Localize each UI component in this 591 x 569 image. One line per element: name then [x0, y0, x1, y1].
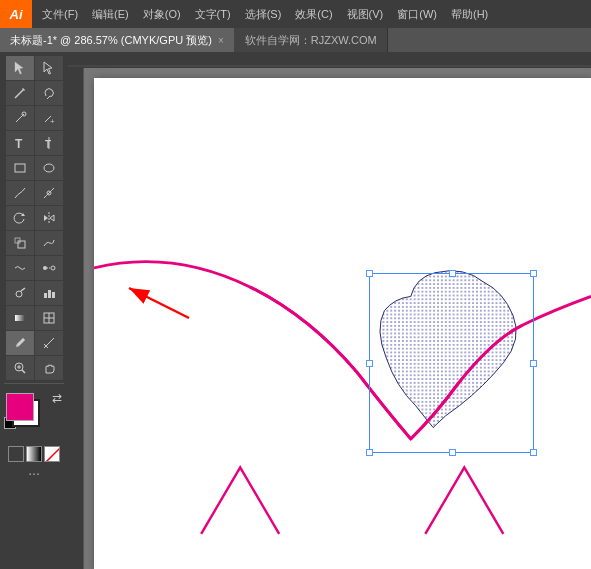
titlebar: Ai 文件(F) 编辑(E) 对象(O) 文字(T) 选择(S) 效果(C) 视…: [0, 0, 591, 28]
tool-row-9: [6, 256, 63, 280]
svg-marker-1: [44, 62, 52, 74]
red-arrow-annotation: [99, 273, 219, 323]
pen-tool[interactable]: [6, 106, 34, 130]
svg-text:T: T: [15, 137, 23, 150]
menu-file[interactable]: 文件(F): [36, 0, 84, 28]
tool-row-10: [6, 281, 63, 305]
vertical-type-tool[interactable]: T: [35, 131, 63, 155]
tool-row-zoom: [6, 356, 63, 380]
tool-row-8: [6, 231, 63, 255]
ai-logo: Ai: [0, 0, 32, 28]
width-tool[interactable]: [6, 256, 34, 280]
svg-text:T: T: [45, 139, 51, 150]
measure-tool[interactable]: [35, 331, 63, 355]
menu-window[interactable]: 窗口(W): [391, 0, 443, 28]
svg-point-22: [16, 291, 22, 297]
direct-selection-tool[interactable]: [35, 56, 63, 80]
solid-color-btn[interactable]: [8, 446, 24, 462]
tool-row-11: [6, 306, 63, 330]
column-graph-tool[interactable]: [35, 281, 63, 305]
svg-line-31: [44, 338, 54, 348]
ellipse-tool[interactable]: [35, 156, 63, 180]
menu-type[interactable]: 文字(T): [189, 0, 237, 28]
svg-rect-26: [52, 292, 55, 298]
color-swatches: ⇄: [2, 391, 66, 443]
svg-rect-41: [372, 263, 528, 434]
svg-line-2: [15, 90, 23, 98]
svg-line-4: [47, 96, 50, 99]
menu-select[interactable]: 选择(S): [239, 0, 288, 28]
svg-rect-10: [15, 164, 25, 172]
reflect-tool[interactable]: [35, 206, 63, 230]
color-mode-row: [8, 446, 60, 462]
menu-object[interactable]: 对象(O): [137, 0, 187, 28]
main-area: + T T: [0, 52, 591, 569]
tool-row-7: [6, 206, 63, 230]
svg-rect-38: [68, 52, 591, 68]
svg-line-37: [45, 447, 60, 462]
svg-point-20: [51, 266, 55, 270]
pencil-tool[interactable]: [6, 181, 34, 205]
toolbar: + T T: [0, 52, 68, 569]
svg-line-43: [129, 288, 189, 318]
canvas-white: [94, 78, 591, 569]
magic-wand-tool[interactable]: [6, 81, 34, 105]
warp-tool[interactable]: [35, 231, 63, 255]
svg-line-23: [21, 288, 25, 291]
none-color-btn[interactable]: [44, 446, 60, 462]
tab-inactive-label: 软件自学网：RJZXW.COM: [245, 33, 377, 48]
add-anchor-tool[interactable]: +: [35, 106, 63, 130]
tool-row-6: [6, 181, 63, 205]
scale-tool[interactable]: [6, 231, 34, 255]
menu-help[interactable]: 帮助(H): [445, 0, 494, 28]
svg-rect-17: [18, 241, 25, 248]
tab-inactive[interactable]: 软件自学网：RJZXW.COM: [235, 28, 388, 52]
menu-effect[interactable]: 效果(C): [289, 0, 338, 28]
svg-rect-27: [15, 315, 25, 321]
tab-active-label: 未标题-1* @ 286.57% (CMYK/GPU 预览): [10, 33, 212, 48]
svg-rect-25: [48, 290, 51, 298]
menu-edit[interactable]: 编辑(E): [86, 0, 135, 28]
ruler-horizontal: [68, 52, 591, 68]
svg-marker-15: [44, 215, 48, 221]
selection-tool[interactable]: [6, 56, 34, 80]
rectangle-tool[interactable]: [6, 156, 34, 180]
hand-tool[interactable]: [35, 356, 63, 380]
svg-point-11: [44, 164, 54, 172]
rotate-tool[interactable]: [6, 206, 34, 230]
tab-active[interactable]: 未标题-1* @ 286.57% (CMYK/GPU 预览) ×: [0, 28, 235, 52]
svg-text:+: +: [50, 117, 55, 125]
gradient-tool[interactable]: [6, 306, 34, 330]
tabbar: 未标题-1* @ 286.57% (CMYK/GPU 预览) × 软件自学网：R…: [0, 28, 591, 52]
eyedropper-tool[interactable]: [6, 331, 34, 355]
lasso-tool[interactable]: [35, 81, 63, 105]
tool-row-2: [6, 81, 63, 105]
gradient-color-btn[interactable]: [26, 446, 42, 462]
menu-bar: 文件(F) 编辑(E) 对象(O) 文字(T) 选择(S) 效果(C) 视图(V…: [32, 0, 591, 28]
fill-swatch[interactable]: [6, 393, 34, 421]
tool-row-3: +: [6, 106, 63, 130]
more-tools-button[interactable]: ···: [2, 463, 66, 483]
blend-tool[interactable]: [35, 256, 63, 280]
toolbar-separator: [4, 383, 64, 384]
ruler-vertical: [68, 68, 84, 569]
tab-close-button[interactable]: ×: [218, 35, 224, 46]
svg-marker-16: [50, 215, 54, 221]
svg-point-19: [43, 266, 47, 270]
smooth-tool[interactable]: [35, 181, 63, 205]
artboard: [84, 68, 591, 569]
svg-marker-0: [15, 62, 23, 74]
svg-line-34: [22, 370, 25, 373]
swap-colors-button[interactable]: ⇄: [52, 391, 62, 405]
tool-row-4: T T: [6, 131, 63, 155]
canvas-area[interactable]: [68, 52, 591, 569]
svg-rect-24: [44, 293, 47, 298]
mesh-tool[interactable]: [35, 306, 63, 330]
menu-view[interactable]: 视图(V): [341, 0, 390, 28]
symbol-spray-tool[interactable]: [6, 281, 34, 305]
tool-row-5: [6, 156, 63, 180]
tool-row-eyedropper: [6, 331, 63, 355]
type-tool[interactable]: T: [6, 131, 34, 155]
canvas-svg: [94, 78, 591, 569]
zoom-tool[interactable]: [6, 356, 34, 380]
